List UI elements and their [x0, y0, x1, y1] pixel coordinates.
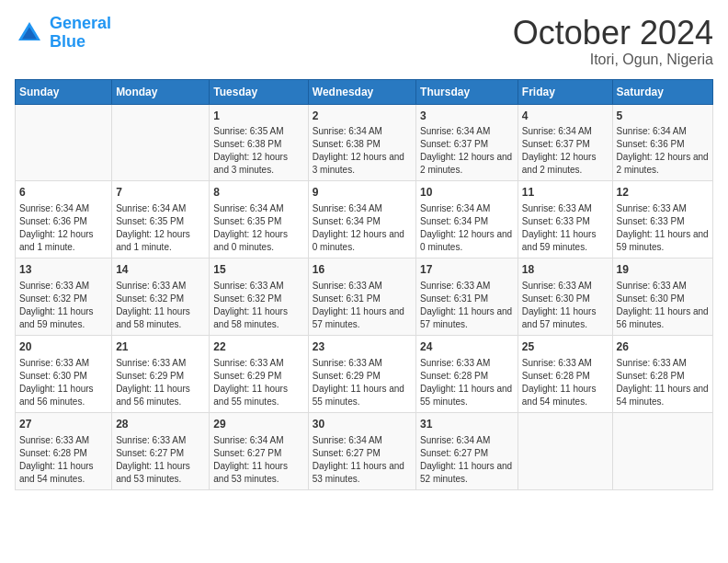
calendar-week-row: 6Sunrise: 6:34 AM Sunset: 6:36 PM Daylig… — [16, 181, 713, 259]
calendar-week-row: 13Sunrise: 6:33 AM Sunset: 6:32 PM Dayli… — [16, 259, 713, 336]
weekday-header: Friday — [518, 79, 612, 104]
weekday-row: SundayMondayTuesdayWednesdayThursdayFrid… — [16, 79, 713, 104]
day-info: Sunrise: 6:33 AM Sunset: 6:29 PM Dayligh… — [116, 357, 205, 408]
weekday-header: Thursday — [416, 79, 518, 104]
calendar-cell: 21Sunrise: 6:33 AM Sunset: 6:29 PM Dayli… — [112, 335, 210, 412]
day-info: Sunrise: 6:34 AM Sunset: 6:27 PM Dayligh… — [420, 434, 514, 486]
day-info: Sunrise: 6:34 AM Sunset: 6:34 PM Dayligh… — [420, 202, 514, 254]
weekday-header: Tuesday — [210, 79, 308, 104]
day-info: Sunrise: 6:33 AM Sunset: 6:32 PM Dayligh… — [213, 280, 303, 331]
day-number: 15 — [213, 262, 303, 278]
day-number: 12 — [617, 185, 709, 201]
day-number: 28 — [116, 417, 205, 432]
day-number: 7 — [116, 185, 205, 201]
day-number: 21 — [116, 339, 205, 355]
day-number: 11 — [522, 185, 609, 201]
weekday-header: Sunday — [16, 79, 112, 104]
calendar-cell: 31Sunrise: 6:34 AM Sunset: 6:27 PM Dayli… — [416, 412, 518, 489]
calendar-week-row: 1Sunrise: 6:35 AM Sunset: 6:38 PM Daylig… — [16, 104, 713, 181]
calendar-cell: 16Sunrise: 6:33 AM Sunset: 6:31 PM Dayli… — [308, 259, 415, 336]
day-number: 2 — [313, 109, 412, 124]
calendar-cell: 23Sunrise: 6:33 AM Sunset: 6:29 PM Dayli… — [308, 335, 415, 412]
day-number: 10 — [420, 185, 514, 201]
day-number: 31 — [420, 417, 514, 432]
day-info: Sunrise: 6:33 AM Sunset: 6:32 PM Dayligh… — [116, 280, 205, 331]
calendar-cell: 4Sunrise: 6:34 AM Sunset: 6:37 PM Daylig… — [518, 104, 612, 181]
day-info: Sunrise: 6:33 AM Sunset: 6:28 PM Dayligh… — [522, 357, 609, 408]
day-number: 20 — [19, 339, 108, 355]
page-header: General Blue October 2024 Itori, Ogun, N… — [15, 15, 713, 68]
day-info: Sunrise: 6:34 AM Sunset: 6:37 PM Dayligh… — [522, 125, 609, 177]
day-number: 3 — [420, 109, 514, 124]
day-info: Sunrise: 6:33 AM Sunset: 6:33 PM Dayligh… — [522, 202, 609, 254]
calendar-cell: 10Sunrise: 6:34 AM Sunset: 6:34 PM Dayli… — [416, 181, 518, 259]
logo-general: General — [50, 14, 111, 32]
calendar-cell: 14Sunrise: 6:33 AM Sunset: 6:32 PM Dayli… — [112, 259, 210, 336]
day-number: 26 — [617, 339, 709, 355]
day-number: 5 — [617, 109, 709, 124]
day-number: 4 — [522, 109, 609, 124]
day-info: Sunrise: 6:33 AM Sunset: 6:28 PM Dayligh… — [617, 357, 709, 408]
calendar-cell: 18Sunrise: 6:33 AM Sunset: 6:30 PM Dayli… — [518, 259, 612, 336]
calendar-cell: 28Sunrise: 6:33 AM Sunset: 6:27 PM Dayli… — [112, 412, 210, 489]
calendar-cell: 22Sunrise: 6:33 AM Sunset: 6:29 PM Dayli… — [210, 335, 308, 412]
calendar-cell — [16, 104, 112, 181]
day-info: Sunrise: 6:34 AM Sunset: 6:35 PM Dayligh… — [116, 202, 205, 254]
calendar-cell: 24Sunrise: 6:33 AM Sunset: 6:28 PM Dayli… — [416, 335, 518, 412]
day-info: Sunrise: 6:34 AM Sunset: 6:27 PM Dayligh… — [313, 434, 412, 486]
day-info: Sunrise: 6:33 AM Sunset: 6:33 PM Dayligh… — [617, 202, 709, 254]
day-info: Sunrise: 6:34 AM Sunset: 6:36 PM Dayligh… — [19, 202, 108, 254]
calendar-table: SundayMondayTuesdayWednesdayThursdayFrid… — [15, 79, 713, 490]
day-number: 24 — [420, 339, 514, 355]
day-number: 6 — [19, 185, 108, 201]
day-number: 30 — [313, 417, 412, 432]
day-info: Sunrise: 6:33 AM Sunset: 6:32 PM Dayligh… — [19, 280, 108, 331]
page-subtitle: Itori, Ogun, Nigeria — [513, 52, 713, 68]
calendar-cell: 25Sunrise: 6:33 AM Sunset: 6:28 PM Dayli… — [518, 335, 612, 412]
day-info: Sunrise: 6:33 AM Sunset: 6:29 PM Dayligh… — [213, 357, 303, 408]
logo-text: General Blue — [50, 15, 111, 52]
day-info: Sunrise: 6:34 AM Sunset: 6:35 PM Dayligh… — [213, 202, 303, 254]
weekday-header: Monday — [112, 79, 210, 104]
calendar-cell: 9Sunrise: 6:34 AM Sunset: 6:34 PM Daylig… — [308, 181, 415, 259]
day-number: 27 — [19, 417, 108, 432]
day-number: 29 — [213, 417, 303, 432]
day-info: Sunrise: 6:33 AM Sunset: 6:28 PM Dayligh… — [420, 357, 514, 408]
day-info: Sunrise: 6:33 AM Sunset: 6:31 PM Dayligh… — [420, 280, 514, 331]
day-info: Sunrise: 6:34 AM Sunset: 6:27 PM Dayligh… — [213, 434, 303, 486]
calendar-cell: 17Sunrise: 6:33 AM Sunset: 6:31 PM Dayli… — [416, 259, 518, 336]
logo-blue: Blue — [50, 32, 85, 51]
day-info: Sunrise: 6:33 AM Sunset: 6:28 PM Dayligh… — [19, 434, 108, 486]
calendar-cell: 8Sunrise: 6:34 AM Sunset: 6:35 PM Daylig… — [210, 181, 308, 259]
calendar-cell: 6Sunrise: 6:34 AM Sunset: 6:36 PM Daylig… — [16, 181, 112, 259]
day-info: Sunrise: 6:33 AM Sunset: 6:30 PM Dayligh… — [19, 357, 108, 408]
calendar-cell: 26Sunrise: 6:33 AM Sunset: 6:28 PM Dayli… — [612, 335, 712, 412]
day-info: Sunrise: 6:34 AM Sunset: 6:38 PM Dayligh… — [313, 125, 412, 177]
calendar-week-row: 27Sunrise: 6:33 AM Sunset: 6:28 PM Dayli… — [16, 412, 713, 489]
day-info: Sunrise: 6:33 AM Sunset: 6:30 PM Dayligh… — [617, 280, 709, 331]
calendar-cell: 11Sunrise: 6:33 AM Sunset: 6:33 PM Dayli… — [518, 181, 612, 259]
calendar-cell: 19Sunrise: 6:33 AM Sunset: 6:30 PM Dayli… — [612, 259, 712, 336]
logo: General Blue — [15, 15, 111, 52]
calendar-body: 1Sunrise: 6:35 AM Sunset: 6:38 PM Daylig… — [16, 104, 713, 489]
day-number: 1 — [213, 109, 303, 124]
day-info: Sunrise: 6:33 AM Sunset: 6:31 PM Dayligh… — [313, 280, 412, 331]
page-title: October 2024 — [513, 15, 713, 52]
calendar-cell: 20Sunrise: 6:33 AM Sunset: 6:30 PM Dayli… — [16, 335, 112, 412]
day-number: 22 — [213, 339, 303, 355]
day-number: 9 — [313, 185, 412, 201]
calendar-cell: 12Sunrise: 6:33 AM Sunset: 6:33 PM Dayli… — [612, 181, 712, 259]
calendar-week-row: 20Sunrise: 6:33 AM Sunset: 6:30 PM Dayli… — [16, 335, 713, 412]
day-number: 14 — [116, 262, 205, 278]
day-info: Sunrise: 6:33 AM Sunset: 6:27 PM Dayligh… — [116, 434, 205, 486]
calendar-cell: 2Sunrise: 6:34 AM Sunset: 6:38 PM Daylig… — [308, 104, 415, 181]
day-number: 8 — [213, 185, 303, 201]
day-number: 17 — [420, 262, 514, 278]
calendar-cell — [612, 412, 712, 489]
day-info: Sunrise: 6:34 AM Sunset: 6:36 PM Dayligh… — [617, 125, 709, 177]
day-number: 18 — [522, 262, 609, 278]
day-number: 16 — [313, 262, 412, 278]
weekday-header: Wednesday — [308, 79, 415, 104]
day-info: Sunrise: 6:33 AM Sunset: 6:29 PM Dayligh… — [313, 357, 412, 408]
calendar-cell: 3Sunrise: 6:34 AM Sunset: 6:37 PM Daylig… — [416, 104, 518, 181]
